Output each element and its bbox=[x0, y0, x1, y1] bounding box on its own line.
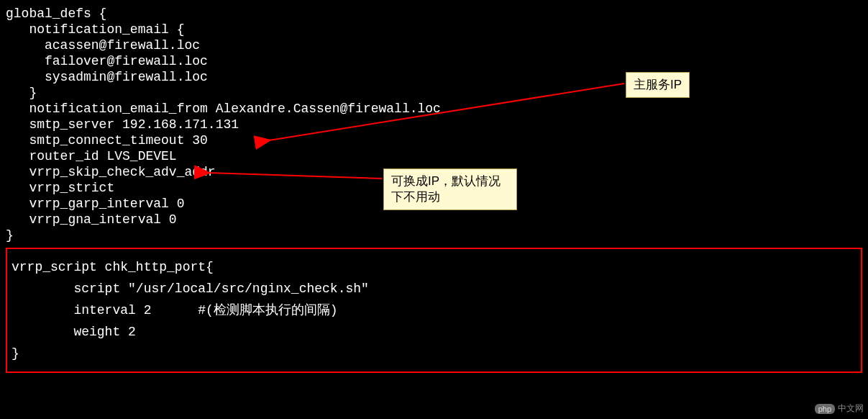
code-line: router_id LVS_DEVEL bbox=[6, 148, 868, 164]
code-line: failover@firewall.loc bbox=[6, 53, 868, 69]
annotation-text: 主服务IP bbox=[634, 78, 682, 91]
code-line: } bbox=[12, 343, 856, 364]
watermark-chip: php bbox=[815, 404, 835, 414]
code-line: notification_email { bbox=[6, 22, 868, 37]
code-line: } bbox=[6, 85, 868, 101]
code-line: weight 2 bbox=[12, 321, 856, 343]
code-line: sysadmin@firewall.loc bbox=[6, 69, 868, 85]
vrrp-script-block: vrrp_script chk_http_port{ script "/usr/… bbox=[6, 248, 862, 373]
annotation-main-service-ip: 主服务IP bbox=[626, 72, 690, 98]
code-line: global_defs { bbox=[6, 6, 868, 22]
annotation-text: 可换成IP，默认情况下不用动 bbox=[391, 174, 501, 204]
code-line: smtp_connect_timeout 30 bbox=[6, 132, 868, 148]
watermark: php 中文网 bbox=[815, 402, 864, 415]
code-line: acassen@firewall.loc bbox=[6, 37, 868, 53]
watermark-text: 中文网 bbox=[838, 402, 864, 415]
code-line: script "/usr/local/src/nginx_check.sh" bbox=[12, 278, 856, 299]
code-line: } bbox=[6, 227, 868, 243]
code-line: notification_email_from Alexandre.Cassen… bbox=[6, 101, 868, 117]
code-line: vrrp_gna_interval 0 bbox=[6, 212, 868, 227]
code-line: smtp_server 192.168.171.131 bbox=[6, 117, 868, 132]
annotation-router-id: 可换成IP，默认情况下不用动 bbox=[383, 168, 517, 210]
code-line: interval 2 #(检测脚本执行的间隔) bbox=[12, 299, 856, 321]
code-line: vrrp_script chk_http_port{ bbox=[12, 256, 856, 278]
